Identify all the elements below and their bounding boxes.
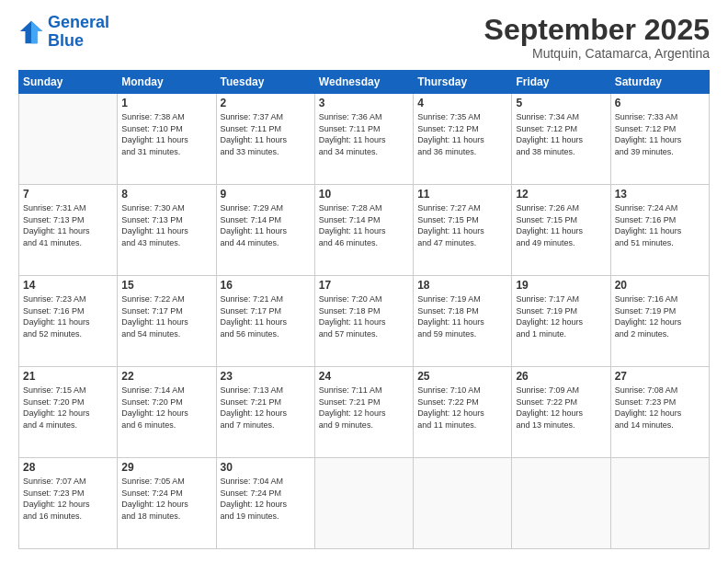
cell-info: Sunrise: 7:21 AM Sunset: 7:17 PM Dayligh… [221,293,311,339]
table-row [414,458,512,549]
cell-info: Sunrise: 7:22 AM Sunset: 7:17 PM Dayligh… [121,293,211,339]
day-number: 20 [615,279,705,292]
table-row: 11Sunrise: 7:27 AM Sunset: 7:15 PM Dayli… [414,185,512,276]
month-title: September 2025 [484,14,710,46]
calendar-table: Sunday Monday Tuesday Wednesday Thursday… [18,70,710,549]
day-number: 1 [121,97,211,109]
cell-info: Sunrise: 7:24 AM Sunset: 7:16 PM Dayligh… [615,202,705,248]
table-row: 6Sunrise: 7:33 AM Sunset: 7:12 PM Daylig… [610,94,709,185]
table-row: 8Sunrise: 7:30 AM Sunset: 7:13 PM Daylig… [118,185,216,276]
cell-info: Sunrise: 7:11 AM Sunset: 7:21 PM Dayligh… [319,385,409,431]
table-row: 19Sunrise: 7:17 AM Sunset: 7:19 PM Dayli… [512,276,610,367]
calendar-week-row: 21Sunrise: 7:15 AM Sunset: 7:20 PM Dayli… [19,367,710,458]
cell-info: Sunrise: 7:31 AM Sunset: 7:13 PM Dayligh… [23,202,113,248]
cell-info: Sunrise: 7:19 AM Sunset: 7:18 PM Dayligh… [417,293,507,339]
day-number: 28 [23,461,113,474]
table-row: 9Sunrise: 7:29 AM Sunset: 7:14 PM Daylig… [216,185,314,276]
table-row: 12Sunrise: 7:26 AM Sunset: 7:15 PM Dayli… [512,185,610,276]
header-friday: Friday [512,71,610,94]
cell-info: Sunrise: 7:08 AM Sunset: 7:23 PM Dayligh… [615,385,705,431]
table-row [19,94,118,185]
header-saturday: Saturday [610,71,709,94]
cell-info: Sunrise: 7:26 AM Sunset: 7:15 PM Dayligh… [516,202,606,248]
table-row: 28Sunrise: 7:07 AM Sunset: 7:23 PM Dayli… [19,458,118,549]
day-number: 17 [319,279,409,292]
table-row [610,458,709,549]
day-number: 14 [23,279,113,292]
table-row: 3Sunrise: 7:36 AM Sunset: 7:11 PM Daylig… [314,94,413,185]
logo-line2: Blue [48,31,84,50]
table-row: 15Sunrise: 7:22 AM Sunset: 7:17 PM Dayli… [118,276,216,367]
header-sunday: Sunday [19,71,118,94]
cell-info: Sunrise: 7:35 AM Sunset: 7:12 PM Dayligh… [417,111,507,157]
calendar-week-row: 28Sunrise: 7:07 AM Sunset: 7:23 PM Dayli… [19,458,710,549]
cell-info: Sunrise: 7:05 AM Sunset: 7:24 PM Dayligh… [121,476,211,522]
calendar-week-row: 7Sunrise: 7:31 AM Sunset: 7:13 PM Daylig… [19,185,710,276]
calendar-week-row: 14Sunrise: 7:23 AM Sunset: 7:16 PM Dayli… [19,276,710,367]
table-row: 2Sunrise: 7:37 AM Sunset: 7:11 PM Daylig… [216,94,314,185]
cell-info: Sunrise: 7:30 AM Sunset: 7:13 PM Dayligh… [121,202,211,248]
day-number: 8 [121,188,211,201]
cell-info: Sunrise: 7:14 AM Sunset: 7:20 PM Dayligh… [121,385,211,431]
day-number: 19 [516,279,606,292]
logo-icon [18,19,44,45]
calendar-week-row: 1Sunrise: 7:38 AM Sunset: 7:10 PM Daylig… [19,94,710,185]
day-number: 18 [417,279,507,292]
table-row: 22Sunrise: 7:14 AM Sunset: 7:20 PM Dayli… [118,367,216,458]
cell-info: Sunrise: 7:37 AM Sunset: 7:11 PM Dayligh… [221,111,311,157]
day-number: 9 [221,188,311,201]
svg-marker-1 [31,21,42,43]
day-number: 10 [319,188,409,201]
cell-info: Sunrise: 7:33 AM Sunset: 7:12 PM Dayligh… [615,111,705,157]
table-row: 23Sunrise: 7:13 AM Sunset: 7:21 PM Dayli… [216,367,314,458]
cell-info: Sunrise: 7:16 AM Sunset: 7:19 PM Dayligh… [615,293,705,339]
table-row: 7Sunrise: 7:31 AM Sunset: 7:13 PM Daylig… [19,185,118,276]
day-number: 29 [121,461,211,474]
day-number: 13 [615,188,705,201]
day-number: 21 [23,370,113,383]
day-number: 22 [121,370,211,383]
cell-info: Sunrise: 7:07 AM Sunset: 7:23 PM Dayligh… [23,476,113,522]
day-number: 2 [221,97,311,109]
table-row: 10Sunrise: 7:28 AM Sunset: 7:14 PM Dayli… [314,185,413,276]
day-number: 6 [615,97,705,109]
table-row: 30Sunrise: 7:04 AM Sunset: 7:24 PM Dayli… [216,458,314,549]
subtitle: Mutquin, Catamarca, Argentina [484,46,710,61]
table-row: 27Sunrise: 7:08 AM Sunset: 7:23 PM Dayli… [610,367,709,458]
cell-info: Sunrise: 7:23 AM Sunset: 7:16 PM Dayligh… [23,293,113,339]
table-row [314,458,413,549]
table-row: 21Sunrise: 7:15 AM Sunset: 7:20 PM Dayli… [19,367,118,458]
header: General Blue September 2025 Mutquin, Cat… [18,14,710,61]
header-thursday: Thursday [414,71,512,94]
day-number: 4 [417,97,507,109]
table-row: 25Sunrise: 7:10 AM Sunset: 7:22 PM Dayli… [414,367,512,458]
cell-info: Sunrise: 7:04 AM Sunset: 7:24 PM Dayligh… [221,476,311,522]
table-row [512,458,610,549]
day-number: 11 [417,188,507,201]
table-row: 16Sunrise: 7:21 AM Sunset: 7:17 PM Dayli… [216,276,314,367]
header-monday: Monday [118,71,216,94]
day-number: 12 [516,188,606,201]
cell-info: Sunrise: 7:13 AM Sunset: 7:21 PM Dayligh… [221,385,311,431]
day-number: 26 [516,370,606,383]
table-row: 1Sunrise: 7:38 AM Sunset: 7:10 PM Daylig… [118,94,216,185]
cell-info: Sunrise: 7:10 AM Sunset: 7:22 PM Dayligh… [417,385,507,431]
cell-info: Sunrise: 7:28 AM Sunset: 7:14 PM Dayligh… [319,202,409,248]
cell-info: Sunrise: 7:20 AM Sunset: 7:18 PM Dayligh… [319,293,409,339]
day-number: 30 [221,461,311,474]
table-row: 17Sunrise: 7:20 AM Sunset: 7:18 PM Dayli… [314,276,413,367]
title-block: September 2025 Mutquin, Catamarca, Argen… [484,14,710,61]
cell-info: Sunrise: 7:38 AM Sunset: 7:10 PM Dayligh… [121,111,211,157]
day-number: 25 [417,370,507,383]
table-row: 4Sunrise: 7:35 AM Sunset: 7:12 PM Daylig… [414,94,512,185]
calendar-header-row: Sunday Monday Tuesday Wednesday Thursday… [19,71,710,94]
day-number: 15 [121,279,211,292]
cell-info: Sunrise: 7:15 AM Sunset: 7:20 PM Dayligh… [23,385,113,431]
cell-info: Sunrise: 7:34 AM Sunset: 7:12 PM Dayligh… [516,111,606,157]
cell-info: Sunrise: 7:36 AM Sunset: 7:11 PM Dayligh… [319,111,409,157]
day-number: 24 [319,370,409,383]
day-number: 16 [221,279,311,292]
table-row: 14Sunrise: 7:23 AM Sunset: 7:16 PM Dayli… [19,276,118,367]
header-wednesday: Wednesday [314,71,413,94]
table-row: 26Sunrise: 7:09 AM Sunset: 7:22 PM Dayli… [512,367,610,458]
